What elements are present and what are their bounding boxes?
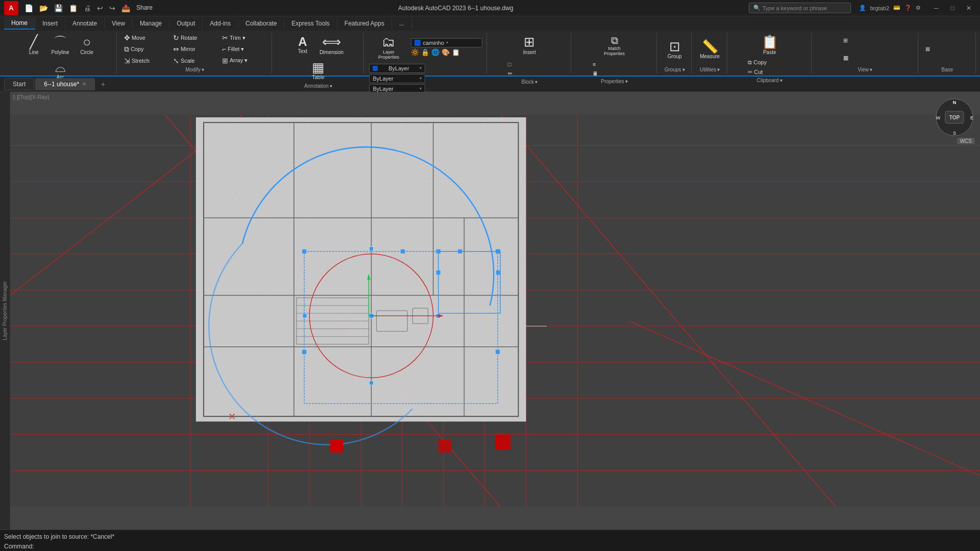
bylayer-color-label: ByLayer bbox=[388, 65, 409, 71]
clipboard-group-label[interactable]: Clipboard ▾ bbox=[757, 78, 782, 84]
base-group-label[interactable]: Base bbox=[942, 67, 953, 73]
layer-tools-icon5[interactable]: 📋 bbox=[452, 48, 460, 56]
trim-button[interactable]: ✂Trim ▾ bbox=[219, 33, 268, 43]
tab-featured[interactable]: Featured Apps bbox=[337, 18, 392, 29]
tab-start[interactable]: Start bbox=[4, 78, 34, 90]
cut-button[interactable]: ✂Cut bbox=[745, 68, 794, 77]
view-btn2[interactable]: ▦ bbox=[841, 54, 889, 62]
mirror-button[interactable]: ⇔Mirror bbox=[170, 44, 219, 54]
base-btn[interactable]: ⊠ bbox=[923, 45, 971, 54]
bylayer-color-dropdown[interactable]: ByLayer ▾ bbox=[369, 64, 425, 73]
tab-document[interactable]: 6--1 uhouse* ✕ bbox=[35, 78, 95, 90]
cut-label: Cut bbox=[754, 69, 763, 75]
svg-rect-56 bbox=[436, 249, 440, 254]
tab-output[interactable]: Output bbox=[169, 18, 203, 29]
bylayer-linetype-dropdown[interactable]: ByLayer ▾ bbox=[369, 74, 425, 83]
circle-button[interactable]: ○ Circle bbox=[74, 33, 100, 57]
redo-icon[interactable]: ↪ bbox=[107, 3, 117, 13]
table-button[interactable]: ▦ Table bbox=[306, 58, 331, 83]
view-btn1[interactable]: ⊞ bbox=[841, 36, 889, 45]
share-icon[interactable]: 📤 bbox=[119, 3, 132, 13]
layer-tools-icon1[interactable]: 🔆 bbox=[411, 48, 419, 56]
layer-properties-button[interactable]: 🗂 Layer Properties bbox=[369, 33, 408, 62]
block-expand-icon[interactable]: ▾ bbox=[535, 79, 537, 85]
tab-insert[interactable]: Insert bbox=[35, 18, 65, 29]
paste-icon: 📋 bbox=[762, 35, 778, 49]
view-expand-icon[interactable]: ▾ bbox=[870, 67, 872, 72]
tab-home[interactable]: Home bbox=[4, 17, 35, 30]
annotation-group-label[interactable]: Annotation ▾ bbox=[304, 83, 332, 90]
insert-button[interactable]: ⊞ Insert bbox=[517, 33, 542, 57]
clipboard-expand-icon[interactable]: ▾ bbox=[780, 78, 782, 83]
annotation-expand-icon[interactable]: ▾ bbox=[330, 83, 332, 89]
measure-button[interactable]: 📏 Measure bbox=[697, 37, 723, 62]
utilities-group-label[interactable]: Utilities ▾ bbox=[700, 67, 720, 73]
paste-button[interactable]: 📋 Paste bbox=[757, 33, 782, 57]
groups-group-label[interactable]: Groups ▾ bbox=[665, 67, 685, 73]
edit-block-button[interactable]: ✏ bbox=[505, 69, 554, 78]
move-button[interactable]: ✥Move bbox=[121, 33, 170, 43]
canvas-area[interactable]: [-][Top][X-Ray] bbox=[10, 92, 980, 530]
tab-express[interactable]: Express Tools bbox=[284, 18, 337, 29]
tab-manage[interactable]: Manage bbox=[133, 18, 169, 29]
layer-tools-icon2[interactable]: 🔒 bbox=[421, 48, 429, 56]
polyline-button[interactable]: ⌒ Polyline bbox=[47, 33, 73, 57]
quick-access-toolbar: 📄 📂 💾 📋 🖨 ↩ ↪ 📤 Share bbox=[22, 3, 155, 13]
groups-expand-icon[interactable]: ▾ bbox=[682, 67, 685, 72]
tab-collaborate[interactable]: Collaborate bbox=[238, 18, 284, 29]
text-button[interactable]: A Text bbox=[290, 33, 315, 56]
layer-tools-icon4[interactable]: 🎨 bbox=[442, 48, 450, 56]
window-controls: ─ □ ✕ bbox=[929, 1, 976, 15]
title-search[interactable]: 🔍 Type a keyword or phrase bbox=[749, 3, 851, 13]
settings-icon[interactable]: ⚙ bbox=[916, 5, 921, 11]
view-group-label[interactable]: View ▾ bbox=[857, 67, 872, 73]
utilities-expand-icon[interactable]: ▾ bbox=[717, 67, 720, 72]
tab-more[interactable]: ... bbox=[392, 18, 412, 29]
tab-annotate[interactable]: Annotate bbox=[65, 18, 105, 29]
fillet-button[interactable]: ⌐Fillet ▾ bbox=[219, 44, 268, 54]
scale-button[interactable]: ⤡Scale bbox=[170, 56, 219, 66]
copy-button[interactable]: ⧉Copy bbox=[121, 44, 170, 55]
save-icon[interactable]: 💾 bbox=[52, 3, 65, 13]
quick-calc-button[interactable]: 🖩 bbox=[590, 69, 639, 78]
print-icon[interactable]: 🖨 bbox=[82, 3, 93, 13]
layer-dropdown[interactable]: caminho ▾ bbox=[411, 38, 482, 47]
array-label: Array ▾ bbox=[230, 57, 248, 64]
properties-group-label[interactable]: Properties ▾ bbox=[601, 79, 628, 85]
undo-icon[interactable]: ↩ bbox=[95, 3, 105, 13]
tab-close-icon[interactable]: ✕ bbox=[82, 81, 86, 87]
modify-group-label[interactable]: Modify ▾ bbox=[185, 67, 204, 73]
share-label[interactable]: Share bbox=[134, 3, 155, 13]
tab-addins[interactable]: Add-ins bbox=[203, 18, 238, 29]
line-button[interactable]: ╱ Line bbox=[21, 33, 46, 57]
tab-add-button[interactable]: + bbox=[96, 78, 110, 90]
modify-buttons: ✥Move ↻Rotate ✂Trim ▾ ⧉Copy ⇔Mirror ⌐Fil… bbox=[122, 33, 267, 66]
view-group: ⊞ ▦ View ▾ bbox=[813, 33, 918, 73]
account-icon[interactable]: 💳 bbox=[893, 5, 900, 11]
create-block-button[interactable]: □ bbox=[505, 60, 554, 68]
save-as-icon[interactable]: 📋 bbox=[67, 3, 80, 13]
dimension-icon: ⟺ bbox=[322, 35, 341, 49]
svg-text:E: E bbox=[970, 115, 973, 120]
maximize-button[interactable]: □ bbox=[945, 1, 960, 15]
clipboard-copy-button[interactable]: ⧉Copy bbox=[745, 58, 794, 67]
rotate-button[interactable]: ↻Rotate bbox=[170, 33, 219, 43]
group-button[interactable]: ⊡ Group bbox=[662, 37, 688, 62]
help-icon[interactable]: ❓ bbox=[904, 5, 912, 11]
properties-buttons: ⧉ MatchProperties ≡ 🖩 bbox=[576, 33, 652, 78]
stretch-button[interactable]: ⇲Stretch bbox=[121, 56, 170, 66]
dimension-button[interactable]: ⟺ Dimension bbox=[316, 33, 347, 57]
array-button[interactable]: ⊞Array ▾ bbox=[219, 56, 268, 66]
tab-view[interactable]: View bbox=[105, 18, 133, 29]
list-button[interactable]: ≡ bbox=[590, 60, 639, 68]
properties-expand-icon[interactable]: ▾ bbox=[625, 79, 628, 84]
match-properties-button[interactable]: ⧉ MatchProperties bbox=[601, 33, 628, 58]
close-button[interactable]: ✕ bbox=[962, 1, 976, 15]
new-file-icon[interactable]: 📄 bbox=[22, 3, 35, 13]
block-group-label[interactable]: Block ▾ bbox=[522, 79, 537, 86]
open-file-icon[interactable]: 📂 bbox=[37, 3, 50, 13]
layer-tools-icon3[interactable]: 🌐 bbox=[431, 48, 439, 56]
modify-expand-icon[interactable]: ▾ bbox=[202, 67, 204, 72]
minimize-button[interactable]: ─ bbox=[929, 1, 943, 15]
block-buttons: ⊞ Insert □ ✏ bbox=[492, 33, 567, 78]
